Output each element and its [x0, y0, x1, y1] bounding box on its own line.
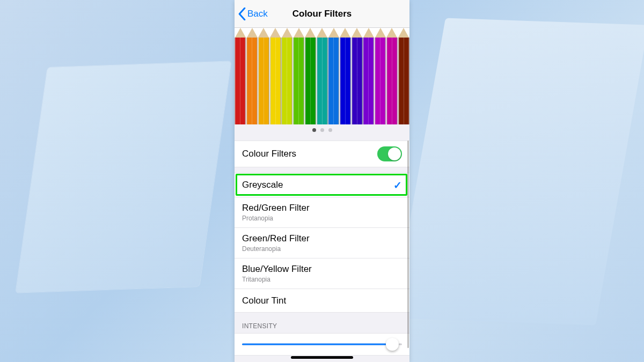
pencil [316, 28, 328, 124]
pencil [281, 28, 293, 124]
filter-label: Red/Green Filter [242, 203, 310, 213]
pencil [328, 28, 340, 124]
colour-filters-switch[interactable] [377, 146, 402, 161]
pencil [386, 28, 398, 124]
filter-option[interactable]: Greyscale✓ [235, 173, 409, 197]
filter-option[interactable]: Green/Red FilterDeuteranopia [235, 227, 409, 258]
filter-label: Blue/Yellow Filter [242, 264, 312, 275]
filter-sublabel: Deuteranopia [242, 245, 310, 253]
filter-options-group: Greyscale✓Red/Green FilterProtanopiaGree… [235, 173, 409, 313]
toggle-group: Colour Filters [235, 141, 409, 167]
page-indicator[interactable] [235, 124, 409, 135]
pencil-row [235, 28, 409, 124]
slider-thumb[interactable] [386, 338, 399, 351]
pencil [269, 28, 281, 124]
pencil [351, 28, 363, 124]
back-label: Back [247, 9, 268, 19]
colour-filters-toggle-row[interactable]: Colour Filters [235, 141, 409, 167]
chevron-left-icon [238, 8, 246, 20]
navigation-bar: Back Colour Filters [235, 0, 409, 28]
pencil [375, 28, 386, 124]
pencil [340, 28, 352, 124]
filter-label: Greyscale [242, 180, 283, 190]
toggle-label: Colour Filters [242, 149, 296, 159]
pencil [398, 28, 409, 124]
intensity-header: INTENSITY [235, 313, 409, 333]
back-button[interactable]: Back [235, 8, 268, 20]
page-dot[interactable] [320, 128, 324, 132]
page-dot[interactable] [312, 128, 316, 132]
checkmark-icon: ✓ [393, 179, 402, 191]
home-indicator[interactable] [291, 356, 353, 359]
pencil [258, 28, 269, 124]
filter-sublabel: Tritanopia [242, 276, 312, 283]
intensity-row [235, 333, 409, 356]
filter-sublabel: Protanopia [242, 215, 310, 222]
filter-option[interactable]: Blue/Yellow FilterTritanopia [235, 258, 409, 289]
page-dot[interactable] [328, 128, 332, 132]
pencil [293, 28, 305, 124]
filter-label: Colour Tint [242, 295, 286, 306]
pencil [304, 28, 316, 124]
pencil [363, 28, 375, 124]
phone-screen: Back Colour Filters Colour Filters Greys… [235, 0, 409, 362]
filter-label: Green/Red Filter [242, 233, 310, 244]
filter-option[interactable]: Red/Green FilterProtanopia [235, 197, 409, 227]
filter-preview-pencils[interactable] [235, 28, 409, 124]
filter-option[interactable]: Colour Tint [235, 289, 409, 312]
pencil [235, 28, 246, 124]
slider-fill [242, 344, 392, 345]
intensity-slider[interactable] [242, 339, 402, 350]
scroll-indicator [407, 141, 409, 348]
pencil [246, 28, 258, 124]
